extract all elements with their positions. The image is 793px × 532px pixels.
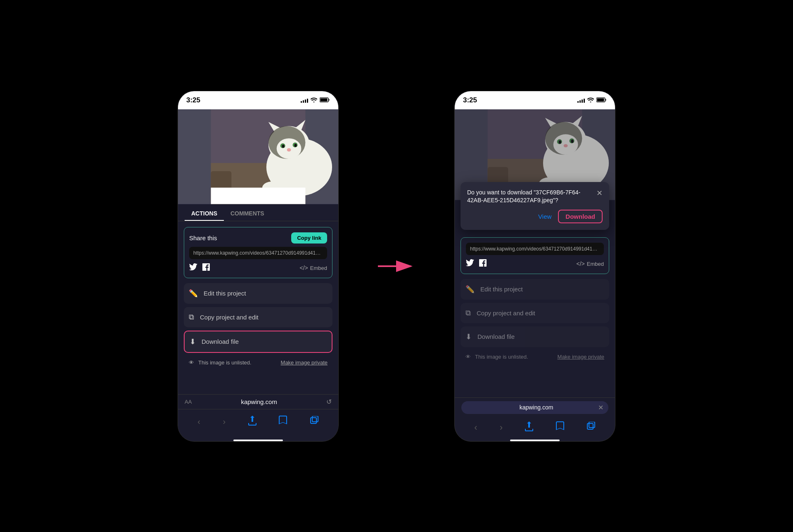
- copy-project-row-1[interactable]: ⧉ Copy project and edit: [184, 307, 332, 327]
- signal-bar-1: [301, 101, 302, 103]
- tabs-btn-2[interactable]: [586, 422, 596, 433]
- svg-rect-21: [312, 416, 318, 422]
- svg-point-35: [564, 144, 568, 147]
- browser-refresh-1[interactable]: ↺: [326, 398, 332, 406]
- privacy-link-2[interactable]: Make image private: [558, 354, 604, 360]
- home-indicator-1: [233, 440, 283, 441]
- download-dialog: Do you want to download "37CF69B6-7F64-4…: [461, 182, 609, 230]
- copy-link-button-1[interactable]: Copy link: [291, 232, 327, 244]
- svg-point-12: [287, 148, 291, 151]
- back-btn-2[interactable]: ‹: [474, 422, 477, 433]
- dialog-view-button[interactable]: View: [538, 213, 551, 220]
- signal-bar-2-4: [584, 99, 585, 103]
- signal-bars-1: [301, 98, 308, 103]
- edit-project-label-1: Edit this project: [204, 290, 246, 297]
- download-row-2[interactable]: ⬇ Download file: [461, 326, 609, 347]
- battery-icon-1: [320, 97, 330, 104]
- home-indicator-2: [510, 440, 560, 441]
- bookmarks-btn-1[interactable]: [277, 414, 289, 430]
- page-wrapper: 3:25: [0, 0, 793, 532]
- bottom-nav-2: ‹ ›: [455, 417, 615, 438]
- privacy-text-2: This image is unlisted.: [475, 354, 528, 360]
- status-bar-2: 3:25: [455, 91, 615, 109]
- share-header-1: Share this Copy link: [189, 232, 327, 244]
- social-icons-2: [466, 259, 487, 269]
- tabs-btn-1[interactable]: [308, 414, 321, 429]
- status-icons-2: [577, 97, 607, 104]
- status-time-1: 3:25: [186, 96, 200, 104]
- svg-rect-1: [321, 98, 328, 101]
- signal-bar-2: [303, 100, 304, 103]
- embed-code-icon-1: </>: [300, 265, 308, 271]
- download-label-1: Download file: [202, 338, 239, 345]
- eye-icon-1: 👁: [189, 359, 194, 366]
- arrow-container: [372, 256, 421, 277]
- share-footer-1: </> Embed: [189, 263, 327, 273]
- svg-rect-20: [311, 418, 316, 423]
- embed-code-icon-2: </>: [577, 260, 585, 267]
- signal-bar-2-1: [577, 101, 579, 103]
- edit-project-row-1[interactable]: ✏️ Edit this project: [184, 283, 332, 304]
- phone-1: 3:25: [178, 91, 339, 442]
- download-icon-2: ⬇: [465, 332, 472, 341]
- twitter-icon-2[interactable]: [466, 259, 474, 268]
- copy-icon-2: ⧉: [465, 309, 471, 317]
- signal-bar-4: [307, 99, 308, 103]
- dialog-title: Do you want to download "37CF69B6-7F64-4…: [467, 189, 596, 205]
- edit-project-row-2[interactable]: ✏️ Edit this project: [461, 279, 609, 300]
- browser-aa-1[interactable]: AA: [185, 399, 192, 405]
- svg-rect-25: [597, 98, 604, 101]
- share-url-1: https://www.kapwing.com/videos/63471270d…: [189, 247, 327, 259]
- dialog-download-button[interactable]: Download: [558, 210, 603, 223]
- dialog-close-button[interactable]: ✕: [596, 189, 603, 198]
- download-dialog-overlay: Do you want to download "37CF69B6-7F64-4…: [455, 182, 615, 230]
- battery-icon-2: [596, 97, 607, 104]
- cat-illustration-1: [178, 109, 338, 204]
- share-box-1: Share this Copy link https://www.kapwing…: [184, 227, 332, 278]
- svg-point-38: [559, 140, 561, 144]
- svg-rect-44: [589, 422, 595, 428]
- edit-icon-2: ✏️: [465, 285, 475, 294]
- forward-btn-2[interactable]: ›: [500, 422, 503, 433]
- tab-comments-1[interactable]: COMMENTS: [224, 204, 271, 221]
- forward-btn-1[interactable]: ›: [221, 415, 228, 428]
- privacy-row-1: 👁 This image is unlisted. Make image pri…: [184, 356, 332, 369]
- copy-project-label-1: Copy project and edit: [200, 314, 259, 321]
- arrow-icon: [376, 256, 417, 277]
- signal-bars-2: [577, 98, 585, 103]
- signal-bar-3: [305, 99, 306, 103]
- tabs-1: ACTIONS COMMENTS: [178, 204, 338, 221]
- copy-project-row-2[interactable]: ⧉ Copy project and edit: [461, 303, 609, 323]
- status-icons-1: [301, 97, 330, 104]
- twitter-icon-1[interactable]: [189, 263, 197, 272]
- social-icons-1: [189, 263, 210, 273]
- wifi-icon-2: [587, 97, 594, 104]
- copy-project-label-2: Copy project and edit: [477, 310, 535, 317]
- download-label-2: Download file: [477, 333, 515, 340]
- share-nav-btn-1[interactable]: [246, 414, 259, 430]
- privacy-link-1[interactable]: Make image private: [281, 359, 328, 366]
- privacy-text-1: This image is unlisted.: [198, 359, 252, 366]
- bookmarks-btn-2[interactable]: [556, 421, 564, 434]
- browser-url-1[interactable]: kapwing.com: [196, 398, 322, 405]
- signal-bar-2-2: [579, 100, 581, 103]
- browser-x-btn-2[interactable]: ✕: [598, 404, 603, 411]
- svg-point-15: [282, 144, 285, 148]
- share-label-1: Share this: [189, 234, 217, 241]
- embed-button-2[interactable]: </> Embed: [577, 260, 604, 267]
- browser-bar-1: AA kapwing.com ↺: [178, 394, 338, 409]
- status-bar-1: 3:25: [178, 91, 338, 109]
- svg-rect-43: [587, 423, 593, 429]
- facebook-icon-1[interactable]: [202, 263, 210, 273]
- embed-button-1[interactable]: </> Embed: [300, 265, 327, 271]
- actions-content-1: Share this Copy link https://www.kapwing…: [178, 221, 338, 394]
- download-icon-1: ⬇: [190, 337, 196, 346]
- download-row-1[interactable]: ⬇ Download file: [184, 331, 332, 353]
- tab-actions-1[interactable]: ACTIONS: [185, 204, 224, 221]
- browser-bar-2: kapwing.com ✕: [455, 397, 615, 417]
- browser-url-input-2[interactable]: kapwing.com ✕: [461, 401, 608, 414]
- svg-point-16: [294, 144, 297, 147]
- facebook-icon-2[interactable]: [479, 259, 487, 269]
- share-nav-btn-2[interactable]: [525, 421, 533, 434]
- back-btn-1[interactable]: ‹: [195, 415, 202, 428]
